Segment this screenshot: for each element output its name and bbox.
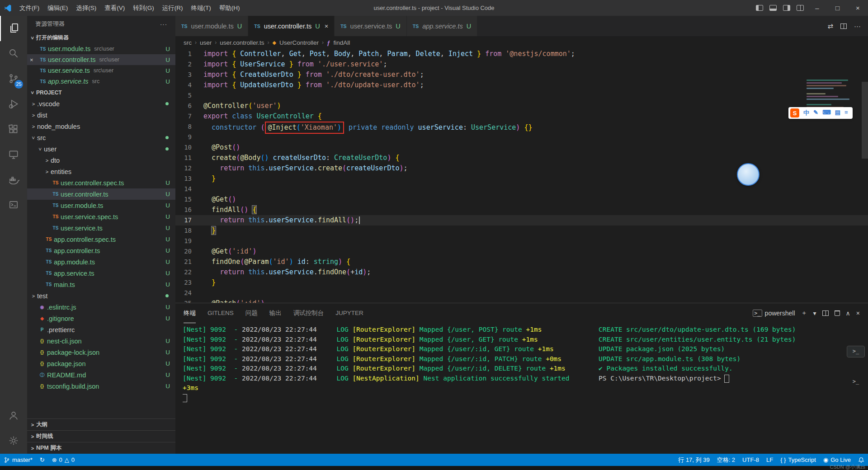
activity-extensions[interactable] — [0, 117, 27, 142]
close-icon[interactable]: × — [325, 23, 328, 30]
tree-file-user.module.ts[interactable]: TSuser.module.tsU — [27, 200, 175, 211]
minimize-button[interactable]: – — [807, 0, 827, 16]
panel-tab-终端[interactable]: 终端 — [184, 303, 196, 323]
cursor-position[interactable]: 行 17, 列 39 — [675, 454, 713, 466]
tree-file-tsconfig.build.json[interactable]: {}tsconfig.build.jsonU — [27, 381, 175, 392]
tab-user.module.ts[interactable]: TSuser.module.tsU — [175, 16, 248, 36]
tab-user.controller.ts[interactable]: TSuser.controller.tsU× — [248, 16, 335, 36]
open-editor-item[interactable]: TSuser.module.tssrc\userU — [27, 43, 175, 54]
tree-file-README.md[interactable]: ⓘREADME.mdU — [27, 369, 175, 381]
breadcrumb-item[interactable]: findAll — [334, 39, 350, 46]
tree-file-app.controller.spec.ts[interactable]: TSapp.controller.spec.tsU — [27, 234, 175, 245]
tree-folder-dto[interactable]: >dto — [27, 155, 175, 166]
language-mode[interactable]: { } TypeScript — [777, 454, 820, 466]
ime-icon[interactable]: ≡ — [844, 109, 848, 117]
tree-file-app.controller.ts[interactable]: TSapp.controller.tsU — [27, 245, 175, 256]
terminal-instance-item[interactable]: >_ — [847, 346, 864, 357]
ime-icon[interactable]: ⌨ — [822, 109, 831, 117]
sync-changes-button[interactable]: ↻ — [36, 454, 48, 466]
tree-file-.gitignore[interactable]: ◆.gitignoreU — [27, 313, 175, 324]
breadcrumb-item[interactable]: user.controller.ts — [220, 39, 264, 46]
activity-search[interactable] — [0, 41, 27, 66]
panel-tab-问题[interactable]: 问题 — [245, 303, 258, 323]
ime-logo-icon[interactable]: S — [790, 108, 799, 118]
open-editor-item[interactable]: TSapp.service.tssrcU — [27, 76, 175, 87]
tree-file-user.controller.spec.ts[interactable]: TSuser.controller.spec.tsU — [27, 177, 175, 188]
menubar-item[interactable]: 转到(G) — [129, 0, 158, 16]
tree-folder-src[interactable]: >src — [27, 132, 175, 143]
split-editor-icon[interactable] — [840, 24, 847, 29]
more-actions-icon[interactable]: ··· — [160, 21, 167, 28]
terminal-shell-picker[interactable]: >_ powershell — [753, 310, 795, 317]
tree-file-app.module.ts[interactable]: TSapp.module.tsU — [27, 256, 175, 268]
eol-setting[interactable]: LF — [763, 454, 777, 466]
open-editor-item[interactable]: TSuser.service.tssrc\userU — [27, 65, 175, 76]
terminal-dropdown-icon[interactable]: ▾ — [813, 310, 816, 317]
tree-file-package-lock.json[interactable]: {}package-lock.jsonU — [27, 347, 175, 358]
activity-container[interactable] — [0, 193, 27, 218]
panel-tab-调试控制台[interactable]: 调试控制台 — [293, 303, 324, 323]
toggle-panel-icon[interactable] — [769, 5, 777, 11]
activity-settings-gear[interactable] — [0, 428, 27, 454]
menubar-item[interactable]: 文件(F) — [15, 0, 43, 16]
activity-remote-explorer[interactable] — [0, 142, 27, 168]
tree-folder-dist[interactable]: >dist — [27, 109, 175, 121]
sidebar-section-时间线[interactable]: >时间线 — [27, 430, 175, 442]
tree-file-.eslintrc.js[interactable]: ◉.eslintrc.jsU — [27, 301, 175, 313]
tree-folder-entities[interactable]: >entities — [27, 166, 175, 177]
tab-user.service.ts[interactable]: TSuser.service.tsU — [335, 16, 407, 36]
tree-folder-.vscode[interactable]: >.vscode — [27, 98, 175, 109]
editor-scrollbar[interactable] — [862, 82, 868, 159]
tree-folder-user[interactable]: >user — [27, 143, 175, 155]
kill-terminal-icon[interactable] — [835, 310, 840, 316]
maximize-button[interactable]: □ — [827, 0, 848, 16]
activity-source-control[interactable]: 25 — [0, 66, 27, 92]
tree-file-user.service.spec.ts[interactable]: TSuser.service.spec.tsU — [27, 211, 175, 222]
ime-icon[interactable]: ▤ — [835, 109, 840, 117]
breadcrumb-item[interactable]: src — [184, 39, 192, 46]
menubar-item[interactable]: 查看(V) — [100, 0, 129, 16]
more-actions-icon[interactable]: ··· — [854, 22, 861, 30]
tree-folder-test[interactable]: >test — [27, 290, 175, 301]
breadcrumb-item[interactable]: UserController — [279, 39, 319, 46]
activity-files[interactable] — [0, 16, 27, 41]
tab-app.service.ts[interactable]: TSapp.service.tsU — [407, 16, 477, 36]
maximize-panel-icon[interactable]: ∧ — [846, 310, 850, 317]
tree-file-nest-cli.json[interactable]: {}nest-cli.jsonU — [27, 335, 175, 347]
activity-account[interactable] — [0, 403, 27, 428]
ime-icon[interactable]: ✎ — [813, 109, 818, 117]
sidebar-section-大纲[interactable]: >大纲 — [27, 418, 175, 430]
split-terminal-icon[interactable] — [822, 310, 829, 316]
terminal-instance-item[interactable]: >_ — [847, 376, 864, 387]
problems-indicator[interactable]: ⊗ 0 △ 0 — [48, 454, 78, 466]
menubar-item[interactable]: 帮助(H) — [215, 0, 244, 16]
tree-folder-node_modules[interactable]: >node_modules — [27, 121, 175, 132]
tree-file-user.controller.ts[interactable]: TSuser.controller.tsU — [27, 188, 175, 200]
new-terminal-icon[interactable]: ＋ — [801, 309, 807, 317]
tree-file-user.service.ts[interactable]: TSuser.service.tsU — [27, 222, 175, 234]
menubar-item[interactable]: 运行(R) — [158, 0, 187, 16]
menubar-item[interactable]: 编辑(E) — [43, 0, 72, 16]
tree-file-package.json[interactable]: {}package.jsonU — [27, 358, 175, 369]
close-panel-icon[interactable]: × — [856, 310, 860, 317]
open-editor-item[interactable]: ×TSuser.controller.tssrc\userU — [27, 54, 175, 65]
customize-layout-icon[interactable] — [797, 5, 804, 11]
code-editor[interactable]: 1import { Controller, Get, Post, Body, P… — [175, 49, 868, 303]
encoding-setting[interactable]: UTF-8 — [739, 454, 763, 466]
activity-run-debug[interactable] — [0, 92, 27, 117]
panel-tab-JUPYTER[interactable]: JUPYTER — [335, 303, 363, 323]
panel-tab-输出[interactable]: 输出 — [269, 303, 282, 323]
compare-changes-icon[interactable]: ⇄ — [827, 22, 833, 30]
sidebar-section-NPM 脚本[interactable]: >NPM 脚本 — [27, 442, 175, 454]
close-icon[interactable]: × — [30, 56, 33, 63]
toggle-sidebar-icon[interactable] — [756, 5, 763, 11]
open-editors-header[interactable]: > 打开的编辑器 — [27, 32, 175, 43]
panel-tab-GITLENS[interactable]: GITLENS — [208, 303, 234, 323]
menubar-item[interactable]: 选择(S) — [72, 0, 100, 16]
activity-docker[interactable] — [0, 168, 27, 193]
menubar-item[interactable]: 终端(T) — [187, 0, 215, 16]
ime-icon[interactable]: 中 — [803, 109, 809, 117]
terminal[interactable]: [Nest] 9092 - 2022/08/23 22:27:44 LOG [R… — [175, 323, 868, 454]
tree-file-app.service.ts[interactable]: TSapp.service.tsU — [27, 268, 175, 279]
tree-file-.prettierrc[interactable]: P.prettierrc — [27, 324, 175, 335]
